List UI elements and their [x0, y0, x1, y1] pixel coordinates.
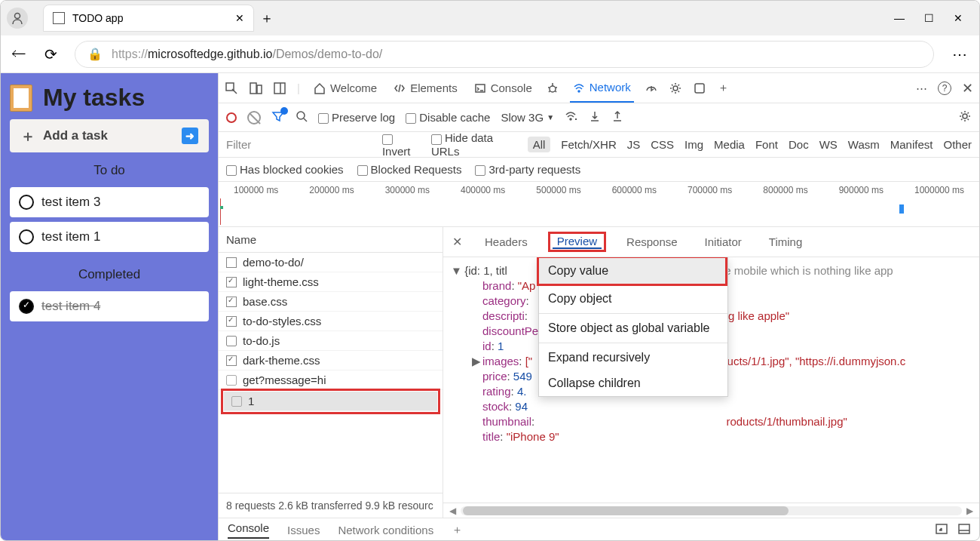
filter-type[interactable]: Doc [789, 138, 809, 151]
settings-gear-icon[interactable] [669, 81, 682, 95]
tab-console[interactable]: Console [471, 73, 535, 103]
hide-data-urls-checkbox[interactable]: Hide data URLs [431, 131, 517, 157]
drawer-more-button[interactable]: ＋ [452, 523, 463, 537]
filter-type[interactable]: WS [819, 138, 838, 151]
export-har-icon[interactable] [611, 110, 623, 124]
filter-type[interactable]: Fetch/XHR [561, 138, 616, 151]
third-party-checkbox[interactable]: 3rd-party requests [475, 163, 580, 176]
tab-close-icon[interactable]: ✕ [235, 12, 244, 24]
search-icon[interactable] [296, 110, 308, 124]
plus-icon: ＋ [20, 126, 35, 146]
network-settings-icon[interactable] [958, 109, 972, 125]
file-type-icon [226, 257, 237, 268]
blocked-requests-checkbox[interactable]: Blocked Requests [357, 163, 462, 176]
app-icon[interactable] [693, 81, 706, 95]
devtools-close-button[interactable]: ✕ [962, 80, 973, 97]
dock-side-icon[interactable] [273, 81, 286, 95]
requests-header[interactable]: Name [219, 227, 443, 253]
task-item[interactable]: test item 1 [10, 222, 209, 252]
help-icon[interactable]: ? [938, 81, 951, 95]
address-bar[interactable]: 🔒 https://microsoftedge.github.io/Demos/… [75, 41, 934, 68]
request-row[interactable]: get?message=hi [219, 370, 443, 390]
bug-icon[interactable] [546, 81, 559, 95]
refresh-button[interactable]: ⟳ [43, 45, 58, 63]
more-tabs-button[interactable]: ＋ [717, 81, 730, 95]
drawer-dock-icon[interactable] [958, 524, 970, 536]
request-row[interactable]: demo-to-do/ [219, 253, 443, 272]
maximize-icon[interactable]: ☐ [924, 12, 934, 24]
task-item-done[interactable]: test item 4 [10, 291, 209, 321]
request-row[interactable]: to-do.js [219, 331, 443, 351]
detail-close-button[interactable]: ✕ [452, 235, 462, 249]
throttle-select[interactable]: Slow 3G ▼ [501, 111, 554, 124]
back-button[interactable]: 🡐 [11, 45, 26, 63]
request-row[interactable]: light-theme.css [219, 272, 443, 292]
menu-item-collapse-children[interactable]: Collapse children [539, 370, 727, 396]
preserve-log-checkbox[interactable]: Preserve log [318, 111, 395, 124]
drawer-tab-console[interactable]: Console [228, 521, 269, 539]
detail-tab-response[interactable]: Response [622, 227, 682, 257]
new-tab-button[interactable]: ＋ [254, 5, 280, 31]
profile-avatar[interactable] [7, 8, 28, 29]
filter-type[interactable]: Wasm [848, 138, 880, 151]
task-item[interactable]: test item 3 [10, 187, 209, 217]
detail-tab-timing[interactable]: Timing [764, 227, 807, 257]
filter-type[interactable]: CSS [651, 138, 674, 151]
detail-tab-headers[interactable]: Headers [480, 227, 532, 257]
filter-type[interactable]: Media [714, 138, 745, 151]
filter-type-all[interactable]: All [528, 137, 551, 152]
request-name: demo-to-do/ [243, 256, 304, 269]
close-window-icon[interactable]: ✕ [954, 12, 963, 24]
filter-type[interactable]: JS [627, 138, 641, 151]
scroll-left-icon[interactable]: ◀ [449, 506, 456, 516]
drawer-tab-network-conditions[interactable]: Network conditions [338, 524, 433, 536]
blocked-cookies-checkbox[interactable]: Has blocked cookies [226, 163, 344, 176]
browser-tab[interactable]: TODO app ✕ [43, 5, 254, 32]
filter-input[interactable]: Filter [226, 138, 372, 151]
drawer-tab-issues[interactable]: Issues [287, 524, 320, 536]
filter-type[interactable]: Img [684, 138, 703, 151]
request-row[interactable]: 1 [224, 392, 437, 411]
task-label: test item 4 [41, 299, 100, 314]
minimize-icon[interactable]: — [894, 12, 905, 24]
menu-item-store-global[interactable]: Store object as global variable [539, 315, 727, 341]
scroll-right-icon[interactable]: ▶ [966, 506, 973, 516]
task-checkbox-icon[interactable] [19, 229, 34, 244]
tab-network[interactable]: Network [570, 73, 634, 103]
network-timeline[interactable]: 100000 ms 200000 ms 300000 ms 400000 ms … [219, 182, 979, 227]
devtools-more-button[interactable]: ⋯ [916, 81, 927, 95]
detail-tab-preview[interactable]: Preview [553, 235, 602, 249]
device-toggle-icon[interactable] [249, 81, 262, 95]
preview-json-body[interactable]: ▼ {id: 1, titlapple mobile which is noth… [443, 257, 979, 503]
filter-type[interactable]: Other [943, 138, 972, 151]
browser-menu-button[interactable]: ⋯ [951, 45, 969, 63]
inspect-icon[interactable] [225, 81, 238, 95]
menu-item-expand-recursively[interactable]: Expand recursively [539, 345, 727, 370]
horizontal-scrollbar[interactable]: ◀ ▶ [443, 503, 979, 518]
request-name: to-do.js [243, 334, 280, 347]
drawer-expand-icon[interactable] [936, 524, 948, 536]
wifi-settings-icon[interactable] [565, 109, 578, 125]
tab-welcome[interactable]: Welcome [311, 73, 380, 103]
record-button[interactable] [226, 112, 237, 123]
request-row[interactable]: to-do-styles.css [219, 312, 443, 331]
submit-task-button[interactable]: ➜ [182, 128, 198, 144]
task-checkbox-icon[interactable] [19, 195, 34, 210]
add-task-input[interactable]: ＋ Add a task ➜ [10, 119, 209, 152]
task-checkbox-checked-icon[interactable] [19, 299, 34, 314]
invert-checkbox[interactable]: Invert [382, 131, 421, 157]
filter-toggle-button[interactable] [271, 109, 285, 125]
request-row[interactable]: base.css [219, 292, 443, 312]
clear-button[interactable] [247, 111, 261, 124]
disable-cache-checkbox[interactable]: Disable cache [406, 111, 490, 124]
detail-tab-initiator[interactable]: Initiator [700, 227, 746, 257]
tab-elements[interactable]: Elements [390, 73, 461, 103]
filter-type[interactable]: Manifest [890, 138, 933, 151]
performance-icon[interactable] [645, 81, 658, 95]
filter-type[interactable]: Font [755, 138, 778, 151]
import-har-icon[interactable] [589, 110, 601, 124]
menu-item-copy-object[interactable]: Copy object [539, 286, 727, 312]
menu-item-copy-value[interactable]: Copy value [539, 258, 725, 284]
request-row[interactable]: dark-theme.css [219, 351, 443, 370]
tick-label: 500000 ms [536, 185, 580, 195]
